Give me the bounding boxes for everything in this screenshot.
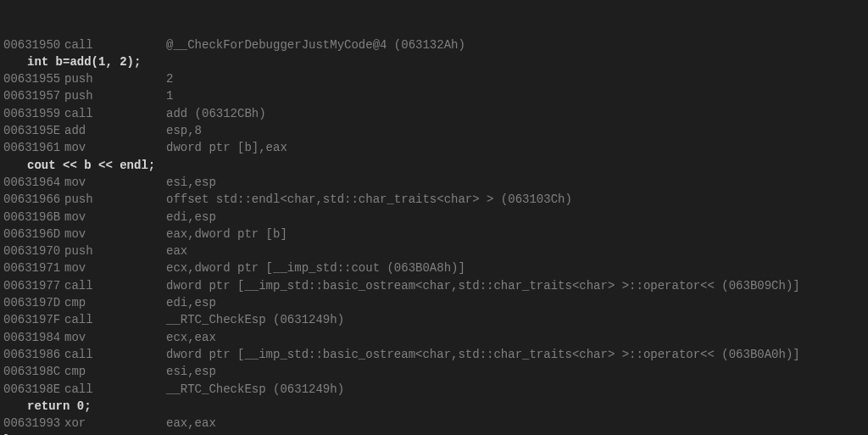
addr-col: 0063195E [3,122,64,139]
operands-col: esp,8 [166,122,865,139]
addr-col: 00631950 [3,36,64,53]
addr-col: 0063196D [3,226,64,243]
mnemonic-col: call [64,36,166,53]
operands-col: 2 [166,70,865,87]
addr-col: 00631961 [3,139,64,156]
mnemonic-col: mov [64,174,166,191]
addr-col: 00631959 [3,105,64,122]
operands-col: __RTC_CheckEsp (0631249h) [166,311,865,328]
mnemonic-col: xor [64,415,166,432]
source-line[interactable]: return 0; [3,398,865,415]
addr-col: 00631955 [3,70,64,87]
operands-col: eax [166,243,865,259]
operands-col: dword ptr [__imp_std::basic_ostream<char… [166,277,865,294]
mnemonic-col: mov [64,139,166,156]
mnemonic-col: call [64,105,166,122]
asm-line[interactable]: 00631961movdword ptr [b],eax [3,139,865,156]
asm-line[interactable]: 00631964movesi,esp [3,174,865,191]
asm-line[interactable]: 0063195Eaddesp,8 [3,122,865,139]
operands-col: ecx,dword ptr [__imp_std::cout (063B0A8h… [166,259,865,276]
asm-line[interactable]: 00631970pusheax [3,243,865,259]
operands-col: eax,eax [166,415,865,432]
asm-line[interactable]: 0063197Fcall__RTC_CheckEsp (0631249h) [3,311,865,328]
mnemonic-col: call [64,381,166,398]
asm-line[interactable]: 00631959calladd (06312CBh) [3,105,865,122]
addr-col: 00631977 [3,277,64,294]
asm-line[interactable]: 00631955push2 [3,70,865,87]
addr-col: 00631986 [3,346,64,363]
addr-col: 0063197F [3,311,64,328]
mnemonic-col: add [64,122,166,139]
operands-col: 1 [166,87,865,104]
mnemonic-col: push [64,87,166,104]
source-line[interactable]: int b=add(1, 2); [3,53,865,70]
asm-line[interactable]: 00631950call@__CheckForDebuggerJustMyCod… [3,36,865,53]
asm-line[interactable]: 00631986calldword ptr [__imp_std::basic_… [3,346,865,363]
addr-col: 0063198E [3,381,64,398]
operands-col: dword ptr [b],eax [166,139,865,156]
addr-col: 0063197D [3,294,64,311]
mnemonic-col: mov [64,259,166,276]
mnemonic-col: push [64,70,166,87]
mnemonic-col: push [64,243,166,259]
addr-col: 00631971 [3,259,64,276]
mnemonic-col: push [64,191,166,208]
addr-col: 00631970 [3,243,64,259]
asm-line[interactable]: 00631977calldword ptr [__imp_std::basic_… [3,277,865,294]
source-line[interactable]: cout << b << endl; [3,157,865,174]
operands-col: @__CheckForDebuggerJustMyCode@4 (063132A… [166,36,865,53]
operands-col: edi,esp [166,209,865,226]
mnemonic-col: call [64,346,166,363]
operands-col: offset std::endl<char,std::char_traits<c… [166,191,865,208]
addr-col: 00631966 [3,191,64,208]
asm-line[interactable]: 0063198Ccmpesi,esp [3,363,865,380]
operands-col: ecx,eax [166,329,865,346]
addr-col: 00631964 [3,174,64,191]
operands-col: add (06312CBh) [166,105,865,122]
mnemonic-col: call [64,311,166,328]
operands-col: esi,esp [166,174,865,191]
mnemonic-col: mov [64,209,166,226]
mnemonic-col: cmp [64,294,166,311]
asm-line[interactable]: 0063198Ecall__RTC_CheckEsp (0631249h) [3,381,865,398]
asm-line[interactable]: 0063196Bmovedi,esp [3,209,865,226]
addr-col: 0063198C [3,363,64,380]
disassembly-lines: 00631950call@__CheckForDebuggerJustMyCod… [3,36,865,435]
disassembly-view[interactable]: 00631950call@__CheckForDebuggerJustMyCod… [0,0,868,435]
mnemonic-col: mov [64,329,166,346]
addr-col: 00631993 [3,415,64,432]
mnemonic-col: mov [64,226,166,243]
addr-col: 00631957 [3,87,64,104]
asm-line[interactable]: 00631971movecx,dword ptr [__imp_std::cou… [3,259,865,276]
operands-col: esi,esp [166,363,865,380]
addr-col: 0063196B [3,209,64,226]
source-line[interactable]: } [3,432,865,435]
asm-line[interactable]: 00631993xoreax,eax [3,415,865,432]
addr-col: 00631984 [3,329,64,346]
asm-line[interactable]: 00631966pushoffset std::endl<char,std::c… [3,191,865,208]
asm-line[interactable]: 00631984movecx,eax [3,329,865,346]
operands-col: dword ptr [__imp_std::basic_ostream<char… [166,346,865,363]
asm-line[interactable]: 0063196Dmoveax,dword ptr [b] [3,226,865,243]
operands-col: eax,dword ptr [b] [166,226,865,243]
mnemonic-col: call [64,277,166,294]
operands-col: __RTC_CheckEsp (0631249h) [166,381,865,398]
operands-col: edi,esp [166,294,865,311]
asm-line[interactable]: 00631957push1 [3,87,865,104]
mnemonic-col: cmp [64,363,166,380]
asm-line[interactable]: 0063197Dcmpedi,esp [3,294,865,311]
